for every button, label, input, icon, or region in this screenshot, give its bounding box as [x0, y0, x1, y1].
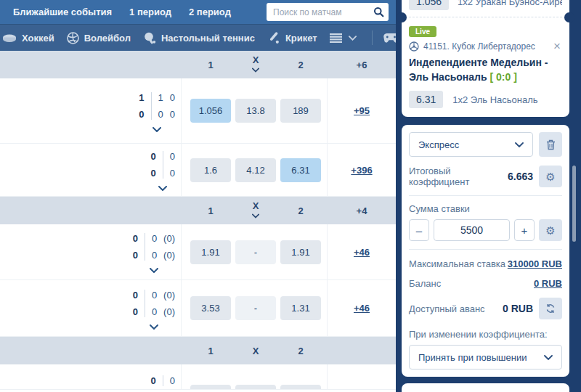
more-cell: +95 — [328, 78, 396, 143]
sport-label: Крикет — [285, 33, 317, 44]
score-value: 0 — [151, 166, 156, 181]
match-cell[interactable]: 0000(0)(0) — [0, 280, 182, 336]
score-value: 0 — [133, 287, 138, 303]
odd-chip[interactable]: - — [235, 240, 276, 264]
odd-chip[interactable]: 1.6 — [190, 158, 231, 182]
score-value: 0 — [151, 149, 156, 164]
match-cell[interactable]: 00 — [0, 364, 182, 389]
odd-chip[interactable]: 13.8 — [235, 99, 276, 123]
odd-chip[interactable]: - — [235, 296, 276, 320]
odd-chip[interactable]: 1.056 — [190, 99, 231, 123]
bet-type-select[interactable]: Экспресс — [409, 132, 533, 157]
more-markets-link[interactable]: +95 — [354, 105, 370, 116]
match-cell[interactable]: 101000 — [0, 78, 182, 143]
odd-chip[interactable]: 6.31 — [280, 158, 321, 182]
score-value: (0) — [163, 248, 175, 263]
event-number-league[interactable]: 41151. Кубок Либертадорес — [423, 41, 548, 52]
more-markets-link[interactable]: +46 — [354, 247, 370, 258]
coef-change-select[interactable]: Принять при повышении — [409, 345, 562, 369]
events-area: Ближайшие события1 период2 период Хоккей… — [0, 0, 396, 392]
sportsnav-item-gamepad[interactable] — [383, 33, 396, 44]
total-coef-label: Итоговый коэффициент — [409, 166, 508, 187]
divider — [409, 195, 562, 196]
topnav-tab-0[interactable]: Ближайшие события — [13, 7, 112, 17]
stake-input[interactable] — [434, 219, 510, 241]
sports-navigation: ХоккейВолейболНастольный теннисКрикет — [0, 24, 396, 51]
previous-bet-row[interactable]: 1.056 1x2 Уракан Буэнос-Айрес — [402, 0, 569, 17]
chevron-down-icon — [349, 36, 357, 41]
header-more-label[interactable]: +4 — [357, 205, 367, 216]
expand-chevron-icon[interactable] — [153, 127, 161, 132]
delete-bet-button[interactable] — [539, 132, 562, 157]
search-box[interactable] — [267, 3, 389, 21]
score-value: 0 — [152, 231, 157, 246]
expand-chevron-icon[interactable] — [158, 186, 167, 191]
odd-chip[interactable]: 189 — [280, 99, 321, 123]
odd-chip[interactable] — [190, 385, 231, 390]
score-column: 00 — [152, 287, 157, 319]
odds-cell — [182, 364, 328, 389]
header-more-cell: +4 — [328, 205, 396, 216]
max-stake-value[interactable]: 310000 RUB — [508, 258, 562, 269]
odd-chip[interactable]: 4.12 — [235, 158, 276, 182]
odds-table: 1X2+61010001.05613.8189+9500001.64.126.3… — [0, 51, 396, 392]
odd-chip[interactable] — [280, 385, 321, 390]
stake-minus-button[interactable]: – — [409, 219, 429, 241]
header-label-text: 2 — [298, 346, 303, 356]
score-column: 00 — [170, 90, 175, 122]
search-icon[interactable] — [373, 7, 384, 17]
more-markets-link[interactable]: +46 — [354, 303, 370, 314]
odd-chip[interactable]: 1.91 — [190, 240, 231, 264]
sportsnav-item-хоккей[interactable]: Хоккей — [2, 33, 54, 44]
match-title: Индепендиенте Медельин - Эль Насьональ [… — [409, 56, 562, 84]
odd-chip[interactable]: 3.53 — [190, 296, 231, 320]
sportsnav-item-list[interactable] — [330, 33, 357, 43]
divider — [145, 290, 145, 317]
notch-left — [397, 12, 407, 23]
match-cell[interactable]: 0000(0)(0) — [0, 224, 182, 279]
odds-cell: 1.64.126.31 — [182, 144, 328, 196]
header-more-cell: +6 — [328, 60, 396, 70]
odd-chip[interactable]: 1.91 — [280, 240, 321, 264]
trash-icon — [546, 139, 556, 150]
header-label-c2: 2 — [280, 60, 321, 70]
header-odds-cell: 1X2 — [182, 201, 328, 220]
score-column: 00 — [152, 231, 157, 263]
stake-label: Сумма ставки — [409, 203, 562, 214]
header-label-text: 2 — [298, 206, 303, 216]
match-cell[interactable]: 0000 — [0, 144, 182, 196]
topnav-tab-2[interactable]: 2 период — [189, 7, 231, 17]
sportsnav-item-настольный-теннис[interactable]: Настольный теннис — [143, 32, 255, 44]
topnav-tab-1[interactable]: 1 период — [129, 7, 171, 17]
expand-chevron-icon[interactable] — [150, 268, 158, 273]
sport-label: Волейбол — [84, 33, 131, 44]
header-label-c1: 1 — [190, 60, 231, 70]
score-column: (0)(0) — [163, 287, 175, 319]
odd-chip[interactable] — [235, 385, 276, 390]
stake-stepper: – + ⚙ — [409, 219, 562, 241]
header-odds-cell: 1X2 — [182, 55, 328, 74]
coupon-separator — [402, 17, 569, 17]
odd-chip[interactable]: 1.31 — [280, 296, 321, 320]
more-markets-link[interactable]: +396 — [351, 165, 372, 176]
advance-refresh-button[interactable] — [539, 298, 562, 319]
close-icon[interactable]: × — [552, 41, 562, 52]
expand-chevron-icon[interactable] — [150, 324, 158, 330]
sport-label: Настольный теннис — [161, 33, 255, 44]
stake-plus-button[interactable]: + — [514, 219, 535, 241]
coef-settings-button[interactable]: ⚙ — [539, 166, 562, 187]
odds-column-header: 1X2 — [0, 337, 396, 364]
sportsnav-item-волейбол[interactable]: Волейбол — [67, 32, 131, 44]
promo-input[interactable] — [404, 385, 567, 392]
app-window: Ближайшие события1 период2 период Хоккей… — [0, 0, 581, 392]
scrollbar-thumb[interactable] — [572, 166, 576, 242]
balance-value[interactable]: 0 RUB — [534, 278, 562, 289]
search-input[interactable] — [273, 7, 373, 17]
stake-settings-button[interactable]: ⚙ — [539, 219, 562, 241]
score-block: 0000 — [151, 149, 175, 191]
current-bet-pick: 1x2 Эль Насьональ — [452, 94, 537, 105]
score-value: (0) — [163, 287, 175, 303]
current-bet-odd: 6.31 — [409, 91, 443, 108]
sportsnav-item-крикет[interactable]: Крикет — [267, 32, 317, 44]
header-more-label[interactable]: +6 — [357, 60, 367, 70]
